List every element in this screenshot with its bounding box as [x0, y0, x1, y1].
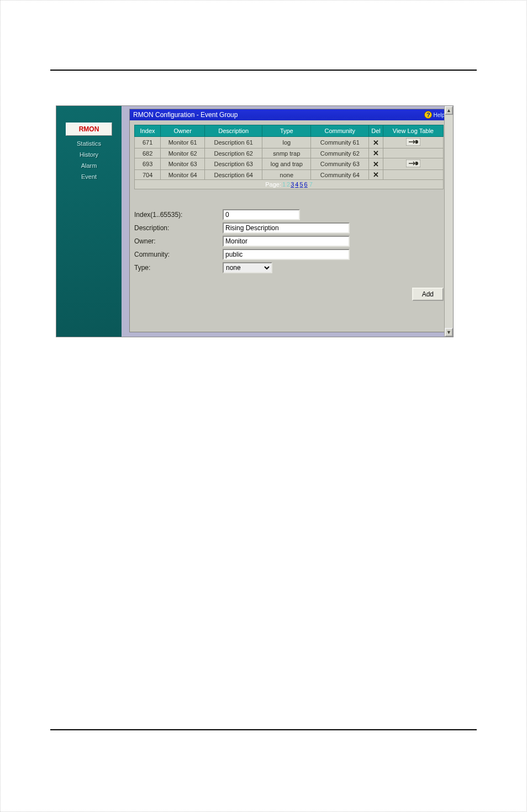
pager-page-dim: 7	[309, 181, 313, 188]
index-input[interactable]	[223, 209, 300, 220]
sidebar-header: RMON	[66, 123, 112, 136]
sidebar-item-history[interactable]: History	[80, 151, 98, 158]
cell-viewlog[interactable]	[383, 158, 443, 170]
view-log-icon[interactable]	[406, 160, 420, 167]
table-row: 682 Monitor 62 Description 62 snmp trap …	[135, 148, 444, 158]
cell-index: 693	[135, 158, 161, 170]
help-label: Help	[433, 112, 445, 118]
cell-community: Community 64	[311, 170, 369, 180]
view-log-icon[interactable]	[406, 138, 420, 146]
pager-page-link[interactable]: 5	[299, 181, 303, 188]
index-label: Index(1..65535):	[134, 211, 223, 219]
cell-type: none	[262, 170, 311, 180]
type-select[interactable]: none	[223, 262, 272, 273]
delete-button[interactable]: ✕	[373, 161, 379, 168]
app-window: RMON Statistics History Alarm Event RMON…	[56, 105, 454, 337]
cell-type: log and trap	[262, 158, 311, 170]
cell-index: 671	[135, 137, 161, 148]
table-header-row: Index Owner Description Type Community D…	[135, 125, 444, 137]
cell-owner: Monitor 64	[161, 170, 205, 180]
description-input[interactable]	[223, 222, 350, 233]
content-panel: RMON Configuration - Event Group ? Help …	[129, 109, 449, 332]
cell-description: Description 63	[205, 158, 262, 170]
event-table: Index Owner Description Type Community D…	[134, 125, 444, 189]
cell-community: Community 63	[311, 158, 369, 170]
cell-index: 682	[135, 148, 161, 158]
cell-description: Description 62	[205, 148, 262, 158]
sidebar-item-alarm[interactable]: Alarm	[81, 162, 97, 169]
cell-description: Description 64	[205, 170, 262, 180]
delete-button[interactable]: ✕	[373, 139, 379, 146]
help-icon: ?	[424, 111, 432, 119]
cell-viewlog	[383, 148, 443, 158]
cell-index: 704	[135, 170, 161, 180]
scroll-up-button[interactable]: ▲	[445, 106, 453, 115]
col-viewlog: View Log Table	[383, 125, 443, 137]
col-type: Type	[262, 125, 311, 137]
description-label: Description:	[134, 224, 223, 232]
pager-row: Page:1234567	[135, 180, 444, 189]
cell-owner: Monitor 62	[161, 148, 205, 158]
pager-page-current: 1	[282, 181, 286, 188]
delete-button[interactable]: ✕	[373, 150, 379, 157]
table-row: 704 Monitor 64 Description 64 none Commu…	[135, 170, 444, 180]
panel-titlebar: RMON Configuration - Event Group ? Help	[130, 109, 448, 120]
delete-button[interactable]: ✕	[373, 171, 379, 178]
col-del: Del	[369, 125, 383, 137]
cell-viewlog[interactable]	[383, 137, 443, 148]
table-row: 693 Monitor 63 Description 63 log and tr…	[135, 158, 444, 170]
add-button[interactable]: Add	[412, 288, 444, 301]
panel-title: RMON Configuration - Event Group	[133, 111, 238, 119]
pager-label: Page:	[265, 181, 281, 188]
cell-type: log	[262, 137, 311, 148]
table-row: 671 Monitor 61 Description 61 log Commun…	[135, 137, 444, 148]
col-index: Index	[135, 125, 161, 137]
cell-owner: Monitor 63	[161, 158, 205, 170]
col-community: Community	[311, 125, 369, 137]
community-input[interactable]	[223, 249, 350, 260]
cell-type: snmp trap	[262, 148, 311, 158]
cell-community: Community 61	[311, 137, 369, 148]
owner-label: Owner:	[134, 237, 223, 245]
help-button[interactable]: ? Help	[424, 111, 445, 119]
cell-description: Description 61	[205, 137, 262, 148]
sidebar-item-event[interactable]: Event	[81, 173, 97, 180]
pager-page-link[interactable]: 3	[291, 181, 294, 188]
col-owner: Owner	[161, 125, 205, 137]
event-form: Index(1..65535): Description: Owner: Com…	[134, 209, 444, 273]
community-label: Community:	[134, 251, 223, 258]
col-description: Description	[205, 125, 262, 137]
cell-viewlog	[383, 170, 443, 180]
scroll-down-button[interactable]: ▼	[445, 328, 453, 337]
sidebar: RMON Statistics History Alarm Event	[56, 106, 122, 337]
pager-page-current: 2	[287, 181, 290, 188]
pager-page-link[interactable]: 4	[295, 181, 298, 188]
vertical-scrollbar[interactable]: ▲ ▼	[444, 106, 453, 337]
main-area: RMON Configuration - Event Group ? Help …	[122, 106, 453, 337]
cell-community: Community 62	[311, 148, 369, 158]
scroll-track[interactable]	[445, 115, 453, 328]
owner-input[interactable]	[223, 236, 350, 247]
pager-page-link[interactable]: 6	[304, 181, 308, 188]
sidebar-item-statistics[interactable]: Statistics	[77, 140, 101, 147]
type-label: Type:	[134, 264, 223, 272]
cell-owner: Monitor 61	[161, 137, 205, 148]
